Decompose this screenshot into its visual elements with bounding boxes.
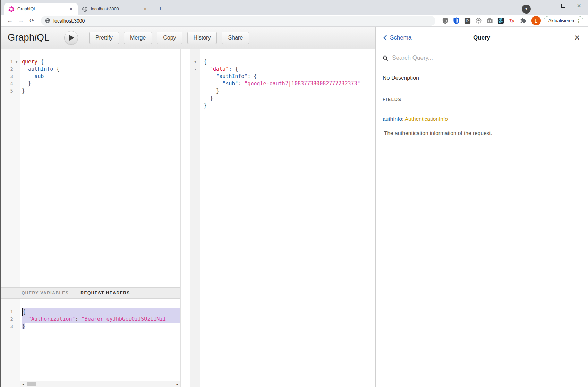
doc-back-link[interactable]: Schema <box>383 34 411 41</box>
scroll-left-icon[interactable]: ◂ <box>20 382 26 386</box>
fields-section-header: FIELDS <box>376 81 588 102</box>
browser-toolbar: ← → ⟳ localhost:3000 P <box>1 15 588 27</box>
doc-search[interactable] <box>383 54 582 66</box>
doc-explorer-header: Schema Query ✕ <box>376 27 588 49</box>
secondary-editor-tabbar: QUERY VARIABLESREQUEST HEADERS <box>1 287 180 299</box>
new-tab-button[interactable]: + <box>156 5 165 14</box>
query-pane: 1▾2345 query { authInfo { sub }} QUERY V… <box>1 49 181 387</box>
tab-localhost[interactable]: localhost:3000 × <box>78 3 152 15</box>
tab-close-icon[interactable]: × <box>142 6 148 12</box>
scroll-right-icon[interactable]: ▸ <box>174 382 180 386</box>
address-bar[interactable]: localhost:3000 <box>41 16 435 26</box>
camera-extension-icon[interactable] <box>486 17 493 24</box>
field-name-link[interactable]: authInfo <box>383 116 402 122</box>
maximize-button[interactable] <box>555 0 571 11</box>
kebab-menu-icon[interactable]: ⋮ <box>576 18 581 24</box>
line-number-row: 1 <box>1 308 20 316</box>
tampermonkey-tp-extension-icon[interactable]: Tp <box>508 17 515 24</box>
tab-graphiql[interactable]: GraphiQL × <box>4 3 78 15</box>
site-info-globe-icon[interactable] <box>45 18 50 23</box>
code-line: } <box>204 95 375 102</box>
crosshair-extension-icon[interactable] <box>475 17 482 24</box>
toolbar-button-merge[interactable]: Merge <box>124 32 152 44</box>
profile-avatar[interactable]: L <box>531 16 541 25</box>
minimize-icon: — <box>545 3 549 8</box>
doc-close-button[interactable]: ✕ <box>574 34 580 42</box>
doc-search-input[interactable] <box>392 54 582 61</box>
field-type-link[interactable]: AuthenticationInfo <box>405 116 448 122</box>
fold-arrow-icon[interactable]: ▾ <box>13 60 20 64</box>
request-headers-editor[interactable]: 123 { "Authorization": "Bearer eyJhbGciO… <box>1 299 180 387</box>
fold-arrow-icon[interactable]: ▾ <box>190 58 200 66</box>
field-item: authInfo: AuthenticationInfo <box>376 107 588 122</box>
code-line: { <box>22 308 180 316</box>
tab-strip: GraphiQL × localhost:3000 × + ▼ — × <box>1 0 588 15</box>
code-line: } <box>204 102 375 109</box>
horizontal-scrollbar[interactable]: ◂ ▸ <box>20 381 180 387</box>
globe-icon <box>82 6 88 12</box>
svg-text:P: P <box>466 19 469 23</box>
fold-arrow-icon[interactable]: ▾ <box>190 66 200 73</box>
graphiql-main: GraphiQL PrettifyMergeCopyHistoryShare 1… <box>1 27 375 387</box>
result-pane: ▾▾ { "data": { "authInfo": { "sub": "goo… <box>181 49 375 387</box>
code-line: "Authorization": "Bearer eyJhbGciOiJSUzI… <box>22 316 180 323</box>
play-icon <box>69 35 74 41</box>
doc-explorer-panel: Schema Query ✕ No Description FIELDS aut… <box>375 27 588 387</box>
avatar-letter: L <box>535 18 538 24</box>
tab-query-variables[interactable]: QUERY VARIABLES <box>22 291 69 295</box>
back-button[interactable]: ← <box>5 16 15 26</box>
graphiql-logo: GraphiQL <box>8 32 50 43</box>
browser-window: GraphiQL × localhost:3000 × + ▼ — × ← → … <box>0 0 588 387</box>
tab-title: localhost:3000 <box>91 7 142 11</box>
headers-editor-gutter: 123 <box>1 299 20 387</box>
code-line: } <box>204 87 375 95</box>
p-extension-icon[interactable]: P <box>464 17 471 24</box>
editor-area: 1▾2345 query { authInfo { sub }} QUERY V… <box>1 49 375 387</box>
doc-back-label: Schema <box>390 34 411 41</box>
result-fold-gutter: ▾▾ <box>190 49 200 387</box>
reload-button[interactable]: ⟳ <box>27 16 37 26</box>
execute-query-button[interactable] <box>64 31 78 45</box>
chevron-left-icon <box>383 35 387 41</box>
toolbar-button-prettify[interactable]: Prettify <box>89 32 119 44</box>
ublock-extension-icon[interactable] <box>442 17 449 24</box>
forward-button[interactable]: → <box>16 16 26 26</box>
url-text: localhost:3000 <box>53 18 85 24</box>
code-line: authInfo { <box>22 66 180 73</box>
code-line: query { <box>22 58 180 66</box>
close-window-button[interactable]: × <box>571 0 587 11</box>
extensions-row: P Tp <box>442 17 527 24</box>
headers-editor-code[interactable]: { "Authorization": "Bearer eyJhbGciOiJSU… <box>20 299 180 387</box>
line-number-row: 1▾ <box>1 58 20 66</box>
query-editor-gutter: 1▾2345 <box>1 49 20 287</box>
toolbar-button-share[interactable]: Share <box>222 32 249 44</box>
line-number-row: 3 <box>1 73 20 80</box>
tab-close-icon[interactable]: × <box>68 6 74 12</box>
query-editor[interactable]: 1▾2345 query { authInfo { sub }} <box>1 49 180 287</box>
code-line: "sub": "google-oauth2|108377380082777232… <box>204 80 375 87</box>
tab-request-headers[interactable]: REQUEST HEADERS <box>80 291 130 295</box>
aktualisieren-button[interactable]: Aktualisieren ⋮ <box>544 16 583 25</box>
code-line: sub <box>22 73 180 80</box>
code-line: } <box>22 87 180 95</box>
code-line: "authInfo": { <box>204 73 375 80</box>
tab-title: GraphiQL <box>17 7 68 11</box>
toolbar-button-copy[interactable]: Copy <box>157 32 182 44</box>
fold-arrow-icon <box>190 95 200 102</box>
close-icon: × <box>577 2 581 9</box>
tp-label: Tp <box>509 18 514 23</box>
extensions-puzzle-icon[interactable] <box>519 17 527 24</box>
query-editor-code[interactable]: query { authInfo { sub }} <box>20 49 180 287</box>
toolbar-button-history[interactable]: History <box>187 32 217 44</box>
graphiql-favicon-icon <box>8 6 14 12</box>
result-spacer <box>181 49 190 387</box>
scrollbar-thumb[interactable] <box>27 382 36 386</box>
minimize-button[interactable]: — <box>539 0 555 11</box>
react-devtools-extension-icon[interactable] <box>497 17 504 24</box>
bitwarden-extension-icon[interactable] <box>453 17 460 24</box>
type-description: No Description <box>376 66 588 81</box>
line-number-row: 2 <box>1 66 20 73</box>
search-icon <box>383 55 388 61</box>
line-number-row: 3 <box>1 323 20 330</box>
browser-update-icon[interactable]: ▼ <box>522 5 531 14</box>
